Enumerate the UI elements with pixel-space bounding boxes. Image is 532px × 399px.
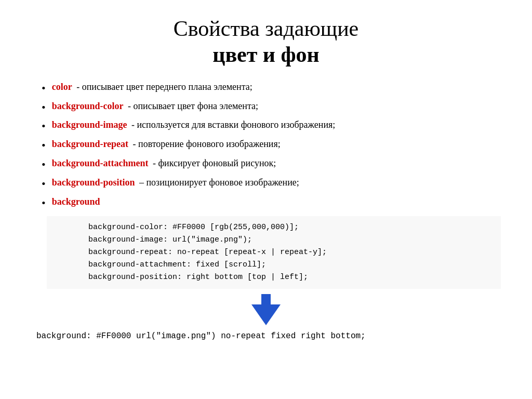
- list-item: •background: [42, 195, 501, 211]
- keyword: background-repeat: [52, 139, 128, 149]
- arrow-container: [31, 294, 501, 325]
- code-line: background-attachment: fixed [scroll];: [88, 259, 490, 271]
- description-text: - используется для вставки фонового изоб…: [129, 119, 335, 130]
- list-item-content: background-color - описывает цвет фона э…: [52, 100, 258, 113]
- keyword: color: [52, 82, 72, 92]
- arrow-down-icon: [251, 304, 281, 325]
- bullet-dot: •: [42, 176, 46, 192]
- description-text: - повторение фонового изображения;: [130, 139, 281, 149]
- bullet-dot: •: [42, 138, 46, 154]
- keyword: background-position: [52, 177, 135, 188]
- list-item-content: background-position – позиционирует фоно…: [52, 176, 299, 189]
- bullet-dot: •: [42, 195, 46, 211]
- list-item: •background-image - используется для вст…: [42, 118, 501, 135]
- list-item: •color - описывает цвет переднего плана …: [42, 81, 501, 97]
- code-line: background-repeat: no-repeat [repeat-x |…: [88, 246, 490, 259]
- code-line: background-color: #FF0000 [rgb(255,000,0…: [88, 221, 490, 234]
- bullet-dot: •: [42, 81, 46, 97]
- list-item: •background-repeat - повторение фонового…: [42, 138, 501, 154]
- final-code: background: #FF0000 url("image.png") no-…: [31, 329, 501, 343]
- keyword: background-attachment: [52, 158, 149, 168]
- arrow-wrapper: [251, 294, 281, 325]
- title-line2: цвет и фон: [31, 42, 501, 68]
- list-item-content: background-repeat - повторение фонового …: [52, 138, 281, 151]
- list-item: •background-attachment - фиксирует фонов…: [42, 157, 501, 173]
- description-text: - описывает цвет переднего плана элемент…: [74, 82, 252, 92]
- description-text: – позиционирует фоновое изображение;: [137, 177, 299, 188]
- code-block: background-color: #FF0000 [rgb(255,000,0…: [47, 216, 501, 289]
- bullet-list: •color - описывает цвет переднего плана …: [31, 81, 501, 211]
- title-section: Свойства задающие цвет и фон: [31, 16, 501, 68]
- keyword: background-image: [52, 119, 127, 130]
- list-item: •background-position – позиционирует фон…: [42, 176, 501, 192]
- list-item-content: background-attachment - фиксирует фоновы…: [52, 157, 276, 170]
- description-text: - описывает цвет фона элемента;: [125, 101, 258, 111]
- list-item-content: background: [52, 195, 102, 208]
- keyword: background-color: [52, 101, 124, 111]
- bullet-dot: •: [42, 157, 46, 173]
- bullet-dot: •: [42, 100, 46, 116]
- title-line1: Свойства задающие: [31, 16, 501, 42]
- keyword: background: [52, 196, 100, 207]
- code-line: background-position: right bottom [top |…: [88, 271, 490, 284]
- bullet-dot: •: [42, 118, 46, 135]
- list-item-content: color - описывает цвет переднего плана э…: [52, 81, 252, 94]
- description-text: - фиксирует фоновый рисунок;: [150, 158, 276, 168]
- list-item: •background-color - описывает цвет фона …: [42, 100, 501, 116]
- list-item-content: background-image - используется для вста…: [52, 118, 336, 131]
- code-line: background-image: url("image.png");: [88, 234, 490, 246]
- arrow-stem: [261, 294, 271, 304]
